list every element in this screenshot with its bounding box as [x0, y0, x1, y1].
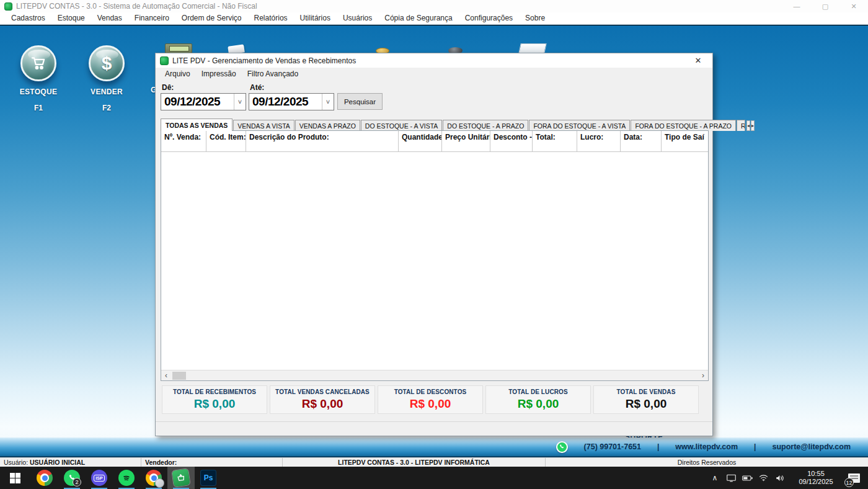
taskbar-chrome[interactable] [31, 467, 58, 489]
tab-scroll-right-icon[interactable]: ▸ [751, 120, 755, 131]
dialog-menu-arquivo[interactable]: Arquivo [159, 70, 196, 78]
minimize-button[interactable]: — [782, 0, 811, 12]
shortcut-estoque[interactable]: ESTOQUE F1 [4, 45, 73, 112]
chevron-down-icon[interactable]: ˅ [234, 94, 246, 110]
total-recebimentos-box: TOTAL DE RECEBIMENTOS R$ 0,00 [162, 385, 267, 414]
total-recebimentos-value: R$ 0,00 [162, 397, 267, 411]
cart-icon[interactable] [20, 45, 56, 81]
menu-vendas[interactable]: Vendas [91, 12, 128, 24]
menu-financeiro[interactable]: Financeiro [128, 12, 175, 24]
support-separator-2: | [754, 442, 756, 451]
tray-clock[interactable]: 10:55 09/12/2025 [794, 470, 838, 486]
total-vendas-label: TOTAL DE VENDAS [594, 388, 698, 395]
sales-table: Nº. Venda: Cód. Item: Descrição do Produ… [161, 130, 709, 381]
speaker-icon[interactable] [771, 467, 787, 489]
litepdv-basket-icon [172, 469, 190, 487]
spotify-icon [118, 470, 135, 486]
battery-icon[interactable] [739, 467, 755, 489]
statusbar-rights: Direitos Reservados [546, 458, 868, 467]
calculator-icon [165, 43, 192, 53]
menu-ordem-de-servico[interactable]: Ordem de Serviço [175, 12, 248, 24]
tray-chevron-icon[interactable]: ∧ [707, 467, 723, 489]
col-descricao-produto[interactable]: Descrição do Produto: [246, 131, 399, 151]
dialog-close-button[interactable]: ✕ [688, 53, 709, 68]
menu-relatorios[interactable]: Relatórios [248, 12, 294, 24]
date-to-value[interactable]: 09/12/2025 [249, 94, 322, 110]
menu-usuarios[interactable]: Usuários [337, 12, 378, 24]
whatsapp-icon [556, 441, 568, 453]
dialog-logo-icon [160, 56, 169, 65]
scroll-left-icon[interactable]: ‹ [161, 371, 171, 380]
dialog-menubar: Arquivo Impressão Filtro Avançado [156, 68, 712, 80]
total-recebimentos-label: TOTAL DE RECEBIMENTOS [162, 388, 267, 395]
start-button[interactable] [1, 467, 29, 489]
horizontal-scrollbar[interactable]: ‹ › [161, 370, 708, 380]
menu-copia-de-seguranca[interactable]: Cópia de Segurança [378, 12, 458, 24]
col-desconto[interactable]: Desconto - ... [490, 131, 533, 151]
chrome-icon [37, 470, 53, 486]
shortcut-estoque-label: ESTOQUE [4, 87, 73, 96]
tab-scroll-left-icon[interactable]: ◂ [746, 120, 750, 131]
tab-todas-as-vendas[interactable]: TODAS AS VENDAS [161, 119, 232, 131]
profile-overlay-icon [155, 478, 164, 488]
chevron-down-icon[interactable]: ˅ [322, 94, 334, 110]
menu-utilitarios[interactable]: Utilitários [294, 12, 337, 24]
user-label: Usuário: [4, 459, 28, 466]
col-lucro[interactable]: Lucro: [577, 131, 621, 151]
notification-center-button[interactable]: 12 [843, 467, 864, 489]
maximize-button[interactable]: ▢ [811, 0, 839, 12]
cast-display-icon[interactable] [723, 467, 739, 489]
total-vendas-box: TOTAL DE VENDAS R$ 0,00 [593, 385, 699, 414]
scroll-right-icon[interactable]: › [698, 371, 708, 380]
menu-sobre[interactable]: Sobre [519, 12, 551, 24]
search-button[interactable]: Pesquisar [337, 93, 383, 110]
shortcut-vender-key: F2 [73, 104, 141, 112]
tray-date: 09/12/2025 [794, 478, 838, 486]
tab-vendas-a-prazo[interactable]: VENDAS A PRAZO [295, 120, 360, 131]
total-lucros-box: TOTAL DE LUCROS R$ 0,00 [485, 385, 591, 414]
tab-recebimentos-truncated[interactable]: RECIME [737, 120, 745, 131]
date-to-combo[interactable]: 09/12/2025 ˅ [249, 93, 334, 110]
scrollbar-thumb[interactable] [172, 372, 186, 380]
col-preco-unitario[interactable]: Preço Unitário: [442, 131, 490, 151]
taskbar: 2 ISP [0, 467, 868, 489]
taskbar-whatsapp[interactable]: 2 [58, 467, 86, 489]
shortcut-vender[interactable]: $ VENDER F2 [73, 45, 141, 112]
menu-estoque[interactable]: Estoque [51, 12, 91, 24]
dialog-titlebar[interactable]: LITE PDV - Gerenciamento de Vendas e Rec… [156, 53, 712, 68]
shortcut-vender-label: VENDER [73, 87, 141, 96]
menu-cadastros[interactable]: Cadastros [5, 12, 51, 24]
tab-do-estoque-a-vista[interactable]: DO ESTOQUE - A VISTA [361, 120, 442, 131]
date-to-label: Até: [250, 83, 264, 92]
col-data[interactable]: Data: [621, 131, 662, 151]
close-button[interactable]: ✕ [839, 0, 868, 12]
support-website[interactable]: www.litepdv.com [675, 442, 738, 451]
taskbar-photoshop[interactable]: Ps [195, 467, 222, 489]
tab-do-estoque-a-prazo[interactable]: DO ESTOQUE - A PRAZO [443, 120, 528, 131]
col-cod-item[interactable]: Cód. Item: [206, 131, 246, 151]
total-vendas-canceladas-box: TOTAL VENDAS CANCELADAS R$ 0,00 [270, 385, 375, 414]
tab-fora-do-estoque-a-vista[interactable]: FORA DO ESTOQUE - A VISTA [529, 120, 630, 131]
dollar-icon[interactable]: $ [89, 45, 125, 81]
taskbar-isp[interactable]: ISP [86, 467, 113, 489]
wifi-icon[interactable] [755, 467, 771, 489]
taskbar-chrome-profile[interactable] [140, 467, 167, 489]
dialog-menu-filtro-avancado[interactable]: Filtro Avançado [242, 70, 304, 78]
col-total[interactable]: Total: [533, 131, 577, 151]
col-numero-venda[interactable]: Nº. Venda: [161, 131, 206, 151]
col-tipo-de-saida[interactable]: Tipo de Saí [662, 131, 708, 151]
taskbar-spotify[interactable] [113, 467, 140, 489]
date-from-value[interactable]: 09/12/2025 [161, 94, 234, 110]
support-email[interactable]: suporte@litepdv.com [772, 442, 851, 451]
main-menubar: Cadastros Estoque Vendas Financeiro Orde… [0, 12, 868, 25]
support-separator-1: | [657, 442, 659, 451]
tab-vendas-a-vista[interactable]: VENDAS A VISTA [233, 120, 294, 131]
support-phone: (75) 99701-7651 [584, 442, 641, 451]
col-quantidade[interactable]: Quantidade: [399, 131, 442, 151]
tab-fora-do-estoque-a-prazo[interactable]: FORA DO ESTOQUE - A PRAZO [631, 120, 736, 131]
statusbar-app-info: LITEPDV CONTAS - 3.0 - LITEPDV INFORMÁTI… [283, 458, 546, 467]
dialog-menu-impressao[interactable]: Impressão [196, 70, 242, 78]
taskbar-litepdv-active[interactable] [167, 467, 195, 489]
date-from-combo[interactable]: 09/12/2025 ˅ [161, 93, 246, 110]
menu-configuracoes[interactable]: Configurações [459, 12, 519, 24]
